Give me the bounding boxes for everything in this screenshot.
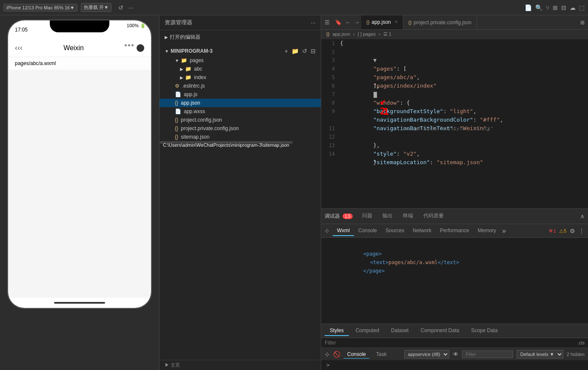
file-panel-title: 资源管理器 [165,19,192,26]
devtools-tab-console[interactable]: Console [354,226,381,236]
debug-tab-quality[interactable]: 代码质量 [418,211,449,222]
more-icon[interactable]: ··· [128,4,134,11]
breadcrumb-sep2: › [379,31,380,37]
tab-appjson-close[interactable]: ✕ [394,20,398,24]
file-item-appjs[interactable]: 📄 app.js [160,90,321,99]
ln11: 11 [325,124,335,133]
debug-tab-issues[interactable]: 问题 [357,211,377,222]
code-line-2: ▼ "pages": [ [340,48,586,56]
appjson-label: app.json [181,100,200,106]
console-toolbar: ⊹ 🚫 Console Task appservice (#8) 👁 Defau… [321,348,588,360]
devtools-tab-wxml[interactable]: Wxml [333,226,354,236]
dot1 [125,44,127,46]
devtools-tab-network[interactable]: Network [408,226,436,236]
chevron-up-icon[interactable]: ∧ [580,213,585,219]
file-item-index[interactable]: ▶ 📁 index [160,73,321,82]
xml-panel: <page> <text>pages/abc/a.wxml</text> </p… [321,238,588,324]
more-devtools-icon[interactable]: ⋮ [579,228,585,234]
git-icon[interactable]: ⑂ [546,4,549,11]
ln13: 13 [325,141,335,150]
bottom-filter: .cls [321,338,588,348]
open-editors-label: 打开的编辑器 [170,34,200,41]
bookmark-icon[interactable]: 🔖 [333,19,343,26]
back-icon[interactable]: ← [343,19,352,26]
file-item-projectprivate[interactable]: {} project.private.config.json [160,124,321,133]
file-item-abc[interactable]: ▶ 📁 abc [160,65,321,73]
devtools-more-icon[interactable]: » [502,227,506,235]
bottom-tab-styles[interactable]: Styles [325,326,349,336]
pages-label: pages [190,57,204,63]
phone-home-indicator [8,298,151,308]
tab-appjson-icon: {} [366,20,369,25]
devtools-tab-sources[interactable]: Sources [381,226,408,236]
eslintrc-icon: ⚙ [175,83,180,89]
code-editor[interactable]: 1 2 3 4 5 6 7 8 9 … 11 12 13 14 { ▼ "pag… [321,39,588,208]
new-file-icon[interactable]: 📄 [525,4,532,11]
devtools-status: ⊗ 1 △ 5 ⚙ ⋮ [549,228,585,234]
debug-tabs: 问题 输出 终端 代码质量 [357,211,449,222]
clear-console-icon[interactable]: 🚫 [333,351,340,358]
service-selector[interactable]: appservice (#8) [404,350,449,359]
file-item-appwxss[interactable]: 📄 app.wxss [160,107,321,116]
phone-page-path: pages/abc/a.wxml [8,57,151,70]
eye-icon[interactable]: 👁 [453,351,459,358]
split-icon[interactable]: ⊞ [553,4,558,11]
forward-icon[interactable]: → [352,19,361,26]
refresh-icon[interactable]: ↺ [118,4,123,11]
settings-icon[interactable]: ⚙ [570,228,575,234]
bottom-tab-dataset[interactable]: Dataset [386,326,414,336]
styles-filter-input[interactable] [325,340,578,346]
collapse-icon[interactable]: ⊟ [311,48,316,54]
file-item-sitemap[interactable]: {} sitemap.json C:\Users\admin\WeChatPro… [160,133,321,141]
bottom-tab-computed[interactable]: Computed [351,326,384,336]
console-tab-task[interactable]: Task [373,350,390,358]
file-item-projectconfig[interactable]: {} project.config.json [160,116,321,124]
more-actions-icon[interactable]: ··· [311,19,316,26]
project-header[interactable]: ▼ MINIPROGRAM-3 + 📁 ↺ ⊟ [160,46,321,56]
tab-projectprivate[interactable]: {} project.private.config.json [403,15,477,29]
expand-arrow-pages: ▼ [175,58,179,63]
split-editor-icon[interactable]: ⊞ [577,20,588,26]
tab-appjson[interactable]: {} app.json ✕ [361,15,403,29]
phone-nav-title: Weixin [63,44,84,52]
console-filter-input[interactable] [462,350,513,358]
file-panel-actions: ··· [311,19,316,26]
file-item-pages[interactable]: ▼ 📁 pages [160,56,321,65]
file-item-eslintrc[interactable]: ⚙ .eslintrc.js [160,82,321,90]
devtools-content: <page> <text>pages/abc/a.wxml</text> </p… [321,238,588,324]
search-icon[interactable]: 🔍 [535,4,542,11]
devtools-tab-memory[interactable]: Memory [474,226,500,236]
bottom-tabs: Styles Computed Dataset Component Data S… [321,324,588,338]
devtools-tab-performance[interactable]: Performance [436,226,474,236]
open-editors-header[interactable]: ▶ 打开的编辑器 [160,32,321,43]
console-tab-console[interactable]: Console [344,350,369,359]
console-prompt: > [326,362,330,368]
file-item-appjson[interactable]: {} app.json [160,99,321,107]
phone-nav-dots [125,44,144,52]
bottom-tab-component-data[interactable]: Component Data [415,326,464,336]
bottom-tab-scope-data[interactable]: Scope Data [466,326,503,336]
debug-tab-output[interactable]: 输出 [377,211,398,222]
grid-icon[interactable]: ⊟ [561,4,566,11]
new-file-icon[interactable]: + [285,48,288,54]
inspect-element-icon[interactable]: ⊹ [325,351,330,358]
error-count: 1 [554,228,556,233]
cloud-icon[interactable]: ☁ [570,4,576,11]
layout-icon[interactable]: ⬚ [579,4,585,11]
editor-panel: ☰ 🔖 ← → {} app.json ✕ {} project.private… [321,15,588,370]
sidebar-toggle-icon[interactable]: ☰ [321,19,333,26]
dot3 [131,44,134,46]
hot-reload-btn[interactable]: 热重载 开▼ [81,3,111,12]
xml-tag-page-close: </page> [363,268,385,274]
refresh-project-icon[interactable]: ↺ [302,48,307,54]
filter-cls-badge[interactable]: .cls [578,340,585,345]
ln14: 14 [325,150,335,158]
device-selector[interactable]: iPhone 12/13 Pro Max 85% 16▼ [3,4,77,11]
debug-tab-terminal[interactable]: 终端 [398,211,418,222]
phone-panel: 17:05 100% 🔋 ‹‹‹ Weixin pages/abc/a.wxml [0,15,160,370]
new-folder-icon[interactable]: 📁 [291,48,299,54]
default-levels-select[interactable]: Default levels ▼ [517,350,563,359]
ln3: 3 [325,56,335,65]
inspect-icon[interactable]: ⊹ [325,228,329,234]
projectprivate-icon: {} [175,125,178,131]
